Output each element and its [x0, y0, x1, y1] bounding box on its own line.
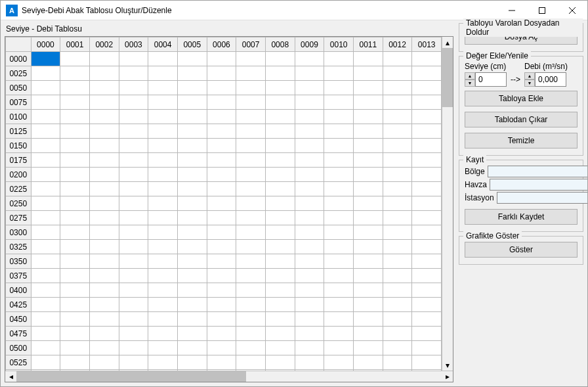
table-cell[interactable] [324, 341, 354, 355]
table-cell[interactable] [265, 240, 295, 254]
table-cell[interactable] [383, 240, 412, 254]
table-cell[interactable] [89, 211, 119, 225]
table-cell[interactable] [295, 66, 324, 81]
table-cell[interactable] [31, 254, 60, 269]
table-cell[interactable] [60, 211, 90, 225]
table-cell[interactable] [383, 124, 412, 139]
table-cell[interactable] [60, 283, 90, 298]
table-cell[interactable] [353, 95, 383, 110]
table-cell[interactable] [31, 355, 60, 370]
table-cell[interactable] [236, 52, 266, 66]
table-cell[interactable] [148, 225, 178, 240]
table-cell[interactable] [353, 225, 383, 240]
table-cell[interactable] [295, 341, 324, 355]
table-cell[interactable] [265, 211, 295, 225]
table-cell[interactable] [148, 269, 178, 283]
table-cell[interactable] [265, 110, 295, 124]
table-cell[interactable] [295, 110, 324, 124]
column-header[interactable]: 0012 [383, 37, 412, 52]
table-cell[interactable] [412, 211, 442, 225]
table-cell[interactable] [148, 355, 178, 370]
table-cell[interactable] [383, 81, 412, 95]
table-cell[interactable] [295, 139, 324, 153]
table-cell[interactable] [31, 139, 60, 153]
table-cell[interactable] [89, 52, 119, 66]
table-cell[interactable] [383, 110, 412, 124]
bolge-input[interactable] [488, 166, 588, 177]
table-cell[interactable] [31, 211, 60, 225]
table-cell[interactable] [60, 225, 90, 240]
table-cell[interactable] [177, 95, 207, 110]
column-header[interactable]: 0000 [31, 37, 60, 52]
table-cell[interactable] [89, 81, 119, 95]
table-cell[interactable] [207, 225, 236, 240]
table-cell[interactable] [383, 283, 412, 298]
table-cell[interactable] [236, 153, 266, 168]
table-cell[interactable] [353, 153, 383, 168]
table-cell[interactable] [383, 52, 412, 66]
row-header[interactable]: 0050 [6, 81, 32, 95]
table-cell[interactable] [412, 52, 442, 66]
column-header[interactable]: 0002 [89, 37, 119, 52]
table-cell[interactable] [177, 168, 207, 182]
table-cell[interactable] [177, 196, 207, 211]
table-cell[interactable] [236, 254, 266, 269]
table-cell[interactable] [412, 153, 442, 168]
table-cell[interactable] [89, 182, 119, 196]
table-cell[interactable] [412, 95, 442, 110]
table-cell[interactable] [119, 341, 148, 355]
table-cell[interactable] [60, 139, 90, 153]
scroll-up-icon[interactable]: ▴ [442, 37, 453, 48]
table-cell[interactable] [89, 139, 119, 153]
remove-from-table-button[interactable]: Tablodan Çıkar [465, 112, 578, 127]
table-cell[interactable] [295, 355, 324, 370]
table-cell[interactable] [236, 110, 266, 124]
table-cell[interactable] [31, 312, 60, 327]
table-cell[interactable] [295, 225, 324, 240]
table-cell[interactable] [236, 283, 266, 298]
column-header[interactable]: 0004 [148, 37, 178, 52]
table-cell[interactable] [207, 66, 236, 81]
table-cell[interactable] [295, 196, 324, 211]
column-header[interactable]: 0010 [324, 37, 354, 52]
table-cell[interactable] [119, 124, 148, 139]
table-cell[interactable] [353, 196, 383, 211]
table-cell[interactable] [148, 283, 178, 298]
table-cell[interactable] [89, 283, 119, 298]
table-cell[interactable] [383, 196, 412, 211]
vertical-scrollbar[interactable]: ▴ ▾ [442, 37, 453, 371]
table-cell[interactable] [207, 95, 236, 110]
table-cell[interactable] [31, 66, 60, 81]
table-cell[interactable] [295, 298, 324, 312]
table-cell[interactable] [60, 124, 90, 139]
table-cell[interactable] [383, 225, 412, 240]
table-cell[interactable] [89, 66, 119, 81]
table-cell[interactable] [412, 139, 442, 153]
table-cell[interactable] [207, 312, 236, 327]
table-cell[interactable] [353, 110, 383, 124]
table-cell[interactable] [383, 355, 412, 370]
table-cell[interactable] [207, 211, 236, 225]
table-cell[interactable] [265, 66, 295, 81]
table-cell[interactable] [31, 283, 60, 298]
table-cell[interactable] [89, 196, 119, 211]
table-cell[interactable] [324, 254, 354, 269]
table-cell[interactable] [236, 211, 266, 225]
table-cell[interactable] [31, 298, 60, 312]
row-header[interactable]: 0275 [6, 211, 32, 225]
table-cell[interactable] [265, 283, 295, 298]
table-cell[interactable] [148, 110, 178, 124]
scroll-down-icon[interactable]: ▾ [442, 359, 453, 371]
table-cell[interactable] [383, 327, 412, 341]
row-header[interactable]: 0425 [6, 298, 32, 312]
table-cell[interactable] [295, 124, 324, 139]
table-cell[interactable] [119, 269, 148, 283]
table-cell[interactable] [60, 341, 90, 355]
table-cell[interactable] [295, 182, 324, 196]
table-cell[interactable] [31, 196, 60, 211]
table-cell[interactable] [265, 298, 295, 312]
table-cell[interactable] [60, 355, 90, 370]
table-cell[interactable] [207, 81, 236, 95]
table-cell[interactable] [119, 298, 148, 312]
table-cell[interactable] [60, 168, 90, 182]
